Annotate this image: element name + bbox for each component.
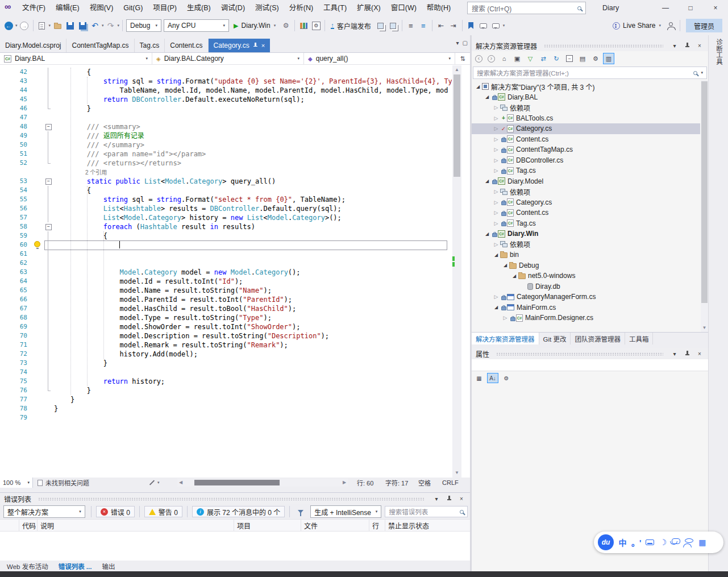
- code-line[interactable]: 79: [0, 413, 452, 422]
- drag-grip[interactable]: [38, 497, 425, 500]
- fold-collapse-icon[interactable]: [44, 222, 52, 231]
- live-share-button[interactable]: Live Share▾: [609, 19, 665, 32]
- pin-icon[interactable]: [444, 494, 454, 503]
- tree-item[interactable]: ▷依赖项: [472, 186, 700, 197]
- client-publish-button[interactable]: ↑客户端发布: [327, 19, 375, 32]
- uncomment-selection-button[interactable]: [490, 19, 502, 32]
- code-line[interactable]: 45 return DBController.Default.executeNo…: [0, 95, 452, 104]
- tree-collapsed-arrow-icon[interactable]: ▷: [492, 168, 500, 173]
- code-line[interactable]: 52 /// <returns></returns>: [0, 159, 452, 168]
- build-button[interactable]: [375, 19, 386, 32]
- tree-expanded-arrow-icon[interactable]: ◢: [510, 273, 518, 279]
- error-list-column-header[interactable]: 项目: [234, 520, 301, 531]
- property-pages-icon[interactable]: ⚙: [501, 373, 512, 383]
- debug-target-options-button[interactable]: ⚙: [280, 19, 292, 32]
- preview-selected-items-icon[interactable]: ▥: [603, 53, 614, 64]
- ime-mic-icon[interactable]: [672, 538, 680, 544]
- tree-expanded-arrow-icon[interactable]: ◢: [483, 179, 491, 184]
- tree-expanded-arrow-icon[interactable]: ◢: [492, 252, 500, 258]
- code-line[interactable]: 67 model.HasChild = result.toBool("HasCh…: [0, 304, 452, 313]
- menu-item[interactable]: 窗口(W): [386, 0, 422, 16]
- tree-item[interactable]: ◢Debug: [472, 260, 700, 271]
- code-cleanup-button[interactable]: ▾: [149, 478, 160, 488]
- error-list-column-header[interactable]: 文件: [301, 520, 369, 531]
- tree-item[interactable]: ▷C#MainForm.Designer.cs: [472, 313, 700, 323]
- quick-search-box[interactable]: 搜索 (Ctrl+Q): [467, 2, 586, 14]
- navigate-backward-button[interactable]: ←: [3, 19, 14, 32]
- tree-collapsed-arrow-icon[interactable]: ▷: [492, 105, 500, 110]
- error-list-column-header[interactable]: 说明: [38, 520, 234, 531]
- tree-item[interactable]: Diray.db: [472, 281, 700, 292]
- show-all-files-icon[interactable]: ▤: [577, 53, 588, 64]
- error-source-select[interactable]: 生成 + IntelliSense▾: [310, 505, 381, 518]
- code-line[interactable]: 61: [0, 250, 452, 259]
- code-line[interactable]: 54 {: [0, 186, 452, 195]
- window-options-icon[interactable]: ▾: [670, 349, 679, 358]
- menu-item[interactable]: 调试(D): [216, 0, 250, 16]
- codelens-references[interactable]: 2 个引用: [85, 169, 107, 176]
- tree-collapsed-arrow-icon[interactable]: ▷: [492, 115, 500, 121]
- tree-collapsed-arrow-icon[interactable]: ▷: [492, 147, 500, 152]
- code-line[interactable]: 56 List<Hashtable> results = DBControlle…: [0, 204, 452, 213]
- scroll-up-icon[interactable]: ▲: [452, 66, 461, 74]
- code-line[interactable]: 77 }: [0, 395, 452, 404]
- tree-expanded-arrow-icon[interactable]: ◢: [492, 305, 500, 310]
- status-line-ending[interactable]: CRLF: [442, 478, 459, 488]
- code-line[interactable]: 75 return history;: [0, 377, 452, 386]
- baidu-ime-logo[interactable]: du: [598, 534, 614, 550]
- errors-filter-button[interactable]: ×错误 0: [96, 506, 135, 517]
- editor-tab[interactable]: Category.cs×: [209, 39, 271, 52]
- code-line[interactable]: 44 TableName, model.Id, model.Name, mode…: [0, 86, 452, 95]
- code-line[interactable]: 60: [0, 240, 452, 250]
- code-editor[interactable]: 42 {43 string sql = string.Format("updat…: [0, 65, 470, 478]
- code-line[interactable]: 49 /// 返回所有记录: [0, 131, 452, 140]
- save-all-button[interactable]: [77, 19, 88, 32]
- refresh-icon[interactable]: ↻: [551, 53, 562, 64]
- close-icon[interactable]: ×: [695, 349, 704, 358]
- code-line[interactable]: 42 {: [0, 68, 452, 77]
- preview-changes-button[interactable]: ⚙: [310, 19, 322, 32]
- ime-night-mode-icon[interactable]: ☽: [659, 538, 667, 547]
- code-line[interactable]: 71 model.Remark = result.toString("Remar…: [0, 341, 452, 350]
- tool-window-tab[interactable]: 工具箱: [625, 333, 654, 344]
- task-list-button[interactable]: ≡: [418, 19, 429, 32]
- pin-icon[interactable]: [253, 42, 258, 49]
- chevron-down-icon[interactable]: ▾: [118, 23, 120, 28]
- panel-tab[interactable]: 输出: [97, 561, 119, 571]
- close-icon[interactable]: ×: [695, 41, 704, 50]
- code-line[interactable]: 2 个引用: [0, 168, 452, 177]
- editor-tab[interactable]: Diary.Model.csproj: [0, 39, 66, 52]
- menu-item[interactable]: 工具(T): [318, 0, 352, 16]
- panel-tab[interactable]: 错误列表 ...: [54, 561, 97, 571]
- active-files-list-button[interactable]: ▾: [456, 40, 459, 46]
- code-line[interactable]: 63 Model.Category model = new Model.Cate…: [0, 268, 452, 277]
- menu-item[interactable]: 测试(S): [250, 0, 284, 16]
- editor-tab[interactable]: Tag.cs: [135, 39, 165, 52]
- menu-item[interactable]: 生成(B): [182, 0, 216, 16]
- scroll-left-icon[interactable]: ◀: [177, 479, 184, 487]
- error-scope-select[interactable]: 整个解决方案▾: [3, 505, 85, 518]
- redo-button[interactable]: ↷: [105, 19, 117, 32]
- messages-filter-button[interactable]: i展示 72 个消息中的 0 个: [192, 506, 285, 517]
- maximize-button[interactable]: □: [678, 0, 703, 16]
- solution-configurations-select[interactable]: Debug▾: [126, 19, 161, 32]
- diagnostics-tools-tab[interactable]: 诊断工具: [714, 39, 723, 65]
- tree-expanded-arrow-icon[interactable]: ◢: [483, 231, 491, 236]
- menu-item[interactable]: 帮助(H): [422, 0, 456, 16]
- horizontal-scrollbar[interactable]: ◀ ▶: [177, 479, 348, 487]
- tree-collapsed-arrow-icon[interactable]: ▷: [492, 200, 500, 205]
- scrollbar-thumb[interactable]: [194, 480, 280, 485]
- tree-item[interactable]: ▷C#Content.cs: [472, 134, 700, 145]
- code-line[interactable]: 72 history.Add(model);: [0, 350, 452, 359]
- toggle-bookmark-button[interactable]: [465, 19, 477, 32]
- alphabetical-sort-icon[interactable]: A↓: [487, 373, 498, 383]
- tree-expanded-arrow-icon[interactable]: ◢: [501, 263, 509, 268]
- code-line[interactable]: 76 }: [0, 386, 452, 395]
- tree-scrollbar[interactable]: ▼: [701, 80, 708, 332]
- tree-item[interactable]: ◢C#Diary.BAL: [472, 92, 700, 103]
- code-line[interactable]: 78}: [0, 404, 452, 413]
- tree-collapsed-arrow-icon[interactable]: ▷: [501, 315, 509, 321]
- tree-collapsed-arrow-icon[interactable]: ▷: [492, 136, 500, 142]
- code-line[interactable]: 57 List<Model.Category> history = new Li…: [0, 213, 452, 222]
- class-dropdown[interactable]: ◈Diary.BAL.Category▾: [152, 53, 304, 64]
